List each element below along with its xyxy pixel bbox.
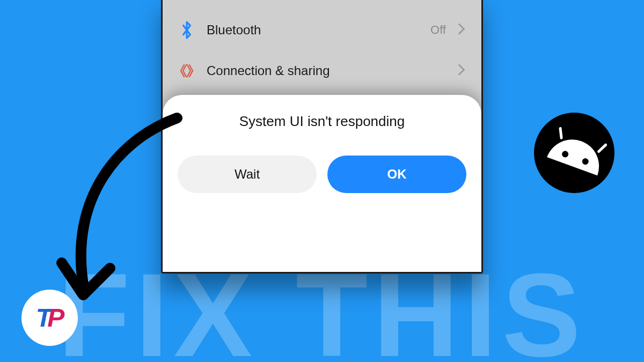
dialog-title: System UI isn't responding (178, 113, 466, 130)
chevron-right-icon (458, 23, 465, 37)
svg-line-3 (599, 143, 606, 153)
logo-letter: P (47, 303, 63, 333)
settings-row-bluetooth[interactable]: Bluetooth Off (175, 9, 469, 51)
ok-button[interactable]: OK (327, 156, 466, 193)
settings-row-connection-sharing[interactable]: Connection & sharing (175, 51, 469, 91)
arrow-annotation-icon (38, 107, 199, 322)
tp-logo: T P (21, 290, 78, 346)
phone-mockup: Bluetooth Off Connection & sharing (161, 0, 483, 274)
chevron-right-icon (458, 64, 465, 78)
connection-icon (179, 63, 195, 79)
android-icon (534, 113, 614, 193)
anr-dialog: System UI isn't responding Wait OK (163, 95, 481, 272)
settings-list: Bluetooth Off Connection & sharing (163, 0, 481, 91)
bluetooth-icon (179, 21, 195, 39)
settings-row-label: Bluetooth (207, 23, 419, 38)
settings-row-label: Connection & sharing (207, 63, 446, 78)
settings-row-value: Off (430, 23, 446, 37)
dialog-button-row: Wait OK (178, 156, 466, 193)
svg-line-2 (558, 128, 565, 138)
